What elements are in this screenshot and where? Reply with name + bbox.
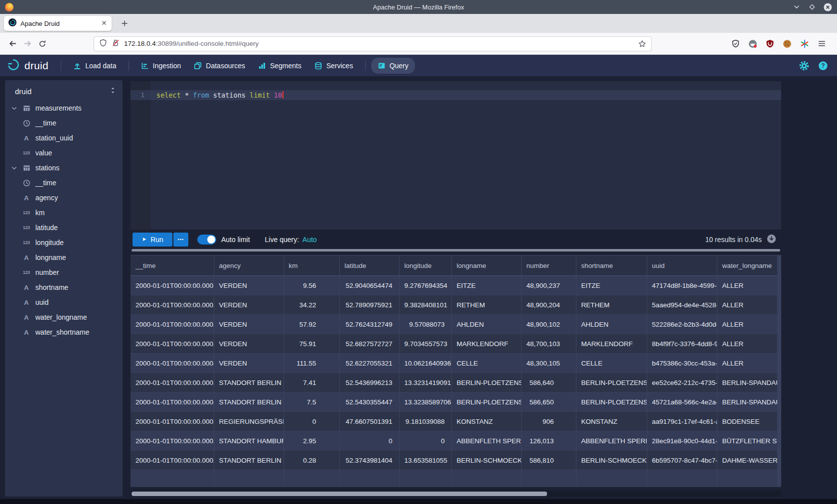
vertical-scrollbar[interactable] [777, 255, 781, 487]
cell[interactable]: 2000-01-01T00:00:00.000Z [131, 354, 214, 373]
run-button[interactable]: Run [133, 233, 172, 247]
cell[interactable]: 13.3238589706 [399, 392, 451, 412]
tree-item-number[interactable]: 123number [5, 265, 123, 280]
cell[interactable]: 9.7034557573 [399, 334, 451, 354]
cell[interactable]: ALLER [717, 295, 781, 315]
cell[interactable]: 52.6227055321 [339, 354, 399, 373]
cell[interactable]: 9.3828408101 [399, 295, 451, 315]
tree-item-shortname[interactable]: Ashortname [5, 280, 123, 295]
cell[interactable]: 5aaed954-de4e-4528-8f [647, 295, 717, 315]
nav-item-segments[interactable]: Segments [252, 58, 308, 74]
tree-item-km[interactable]: 123km [5, 205, 123, 220]
sort-icon[interactable] [109, 87, 117, 96]
cell[interactable]: 2000-01-01T00:00:00.000Z [131, 315, 214, 334]
cell[interactable]: VERDEN [214, 276, 283, 295]
cell[interactable]: BERLIN-SCHMOECKWITZ [451, 451, 521, 470]
cell[interactable]: 2000-01-01T00:00:00.000Z [131, 392, 214, 412]
run-more-button[interactable]: ••• [173, 233, 188, 247]
cell[interactable]: 52.6827572727 [339, 334, 399, 354]
tree-item-__time[interactable]: __time [5, 175, 123, 190]
cell[interactable]: 126,013 [521, 431, 576, 451]
cell[interactable]: 13.653581055 [399, 451, 451, 470]
cell[interactable]: EITZE [451, 276, 521, 295]
cell[interactable]: 586,810 [521, 451, 576, 470]
cell[interactable]: 2000-01-01T00:00:00.000Z [131, 451, 214, 470]
cell[interactable]: 9.56 [283, 276, 339, 295]
auto-limit-toggle[interactable] [197, 235, 216, 245]
new-tab-button[interactable] [118, 16, 132, 30]
cell[interactable]: BERLIN-SPANDAUER-S [717, 373, 781, 392]
cell[interactable]: 52.5436996213 [339, 373, 399, 392]
download-icon[interactable] [767, 234, 776, 246]
cell[interactable]: MARKLENDORF [451, 334, 521, 354]
tree-item-stations[interactable]: stations [5, 160, 123, 175]
horizontal-scrollbar-thumb[interactable] [132, 492, 547, 496]
cell[interactable]: 2000-01-01T00:00:00.000Z [131, 412, 214, 431]
cell[interactable]: 52.9040654474 [339, 276, 399, 295]
tree-item-latitude[interactable]: 123latitude [5, 220, 123, 235]
tree-item-value[interactable]: 123value [5, 145, 123, 160]
tree-item-uuid[interactable]: Auuid [5, 295, 123, 310]
column-header-longname[interactable]: longname [451, 255, 521, 276]
cell[interactable]: 7.5 [283, 392, 339, 412]
tree-item-longname[interactable]: Alongname [5, 250, 123, 265]
cell[interactable]: 2000-01-01T00:00:00.000Z [131, 295, 214, 315]
cell[interactable]: 48,900,204 [521, 295, 576, 315]
extension-ublock-icon[interactable] [766, 39, 774, 48]
cell[interactable]: 111.55 [283, 354, 339, 373]
extension-mask-icon[interactable] [748, 39, 757, 48]
cell[interactable]: 75.91 [283, 334, 339, 354]
live-query-value[interactable]: Auto [302, 236, 317, 244]
cell[interactable]: EITZE [576, 276, 647, 295]
cell[interactable]: RETHEM [576, 295, 647, 315]
cell[interactable]: STANDORT HAMBURG [214, 431, 283, 451]
reload-icon[interactable] [35, 36, 50, 51]
tree-item-water_longname[interactable]: Awater_longname [5, 310, 123, 325]
nav-item-query[interactable]: Query [371, 58, 415, 74]
cell[interactable]: BERLIN-SCHMOECKWITZ [576, 451, 647, 470]
cell[interactable]: 906 [521, 412, 576, 431]
column-header-longitude[interactable]: longitude [399, 255, 451, 276]
cell[interactable]: AHLDEN [451, 315, 521, 334]
cell[interactable]: ALLER [717, 315, 781, 334]
tree-item-water_shortname[interactable]: Awater_shortname [5, 325, 123, 340]
insecure-lock-icon[interactable] [112, 39, 120, 49]
cell[interactable]: BERLIN-PLOETZENSEE C [576, 373, 647, 392]
cell[interactable]: 0.28 [283, 451, 339, 470]
cell[interactable]: 48,700,103 [521, 334, 576, 354]
cell[interactable]: ALLER [717, 334, 781, 354]
settings-gear-icon[interactable] [799, 61, 809, 71]
cell[interactable]: BÜTZFLETHER SÜDERE [717, 431, 781, 451]
cell[interactable]: 13.3231419091 [399, 373, 451, 392]
extension-cookie-icon[interactable] [783, 39, 792, 48]
cell[interactable]: 2.95 [283, 431, 339, 451]
cell[interactable]: 7.41 [283, 373, 339, 392]
cell[interactable]: REGIERUNGSPRÄSIDIUM [214, 412, 283, 431]
nav-item-services[interactable]: Services [308, 58, 360, 74]
back-icon[interactable] [5, 36, 20, 51]
tree-item-agency[interactable]: Aagency [5, 190, 123, 205]
cell[interactable]: AHLDEN [576, 315, 647, 334]
cell[interactable]: STANDORT BERLIN [214, 392, 283, 412]
menu-hamburger-icon[interactable] [818, 39, 826, 48]
cell[interactable]: STANDORT BERLIN [214, 451, 283, 470]
cell[interactable]: 2000-01-01T00:00:00.000Z [131, 373, 214, 392]
column-header-__time[interactable]: __time [131, 255, 214, 276]
cell[interactable]: VERDEN [214, 295, 283, 315]
cell[interactable]: ALLER [717, 354, 781, 373]
tab-close-icon[interactable] [101, 19, 107, 28]
bookmark-star-icon[interactable] [638, 40, 646, 48]
tree-item-measurements[interactable]: measurements [5, 101, 123, 116]
cell[interactable]: VERDEN [214, 354, 283, 373]
column-header-latitude[interactable]: latitude [339, 255, 399, 276]
cell[interactable]: 48,900,102 [521, 315, 576, 334]
cell[interactable]: BERLIN-PLOETZENSEE U [451, 392, 521, 412]
maximize-icon[interactable] [808, 3, 816, 11]
column-header-km[interactable]: km [283, 255, 339, 276]
cell[interactable]: b475386c-30cc-453a-b3 [647, 354, 717, 373]
column-header-number[interactable]: number [521, 255, 576, 276]
cell[interactable]: 45721a68-566c-4e2a-a6 [647, 392, 717, 412]
cell[interactable]: CELLE [451, 354, 521, 373]
column-header-agency[interactable]: agency [214, 255, 283, 276]
cell[interactable]: 47.6607501391 [339, 412, 399, 431]
